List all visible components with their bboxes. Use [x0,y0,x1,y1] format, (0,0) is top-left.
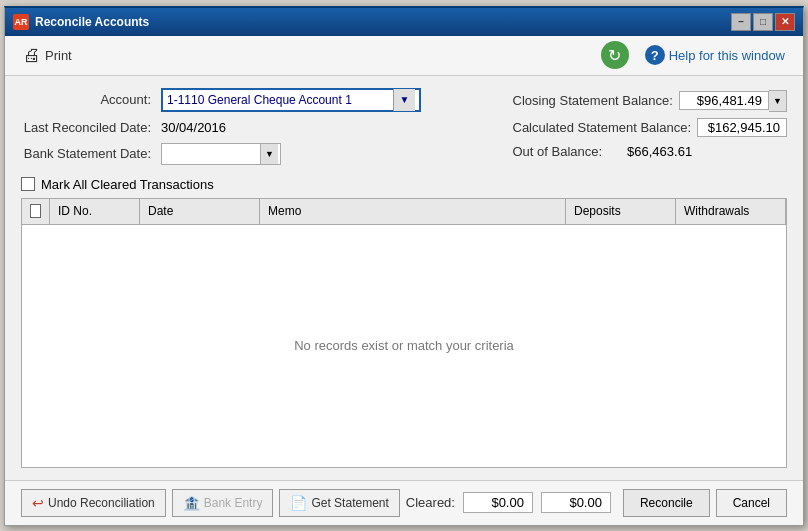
balance-section: Closing Statement Balance: $96,481.49 ▼ … [513,88,788,160]
toolbar-right: ↻ ? Help for this window [601,41,793,69]
undo-label: Undo Reconciliation [48,496,155,510]
cleared-deposits-value: $0.00 [463,492,533,513]
closing-balance-input[interactable]: $96,481.49 ▼ [679,90,787,112]
main-window: AR Reconcile Accounts – □ ✕ 🖨 Print ↻ ? … [4,6,804,526]
out-of-balance-value: $66,463.61 [608,143,698,160]
last-reconciled-value: 30/04/2016 [161,120,226,135]
closing-balance-label: Closing Statement Balance: [513,93,673,108]
reconcile-label: Reconcile [640,496,693,510]
date-dropdown-button[interactable]: ▼ [260,144,278,164]
last-reconciled-label: Last Reconciled Date: [21,120,151,135]
title-bar: AR Reconcile Accounts – □ ✕ [5,8,803,36]
cleared-label: Cleared: [406,495,455,510]
table-header: ID No. Date Memo Deposits Withdrawals [22,199,786,225]
cancel-button[interactable]: Cancel [716,489,787,517]
help-icon: ? [645,45,665,65]
account-value: 1-1110 General Cheque Account 1 [167,93,393,107]
calculated-balance-value: $162,945.10 [697,118,787,137]
closing-balance-dropdown[interactable]: ▼ [769,90,787,112]
account-row: Account: 1-1110 General Cheque Account 1… [21,88,421,112]
window-title: Reconcile Accounts [35,15,149,29]
help-label: Help for this window [669,48,785,63]
account-select[interactable]: 1-1110 General Cheque Account 1 ▼ [161,88,421,112]
footer-buttons-left: ↩ Undo Reconciliation 🏦 Bank Entry 📄 Get… [21,489,611,517]
bank-statement-date-row: Bank Statement Date: ▼ [21,143,421,165]
bank-entry-label: Bank Entry [204,496,263,510]
maximize-button[interactable]: □ [753,13,773,31]
col-date: Date [140,199,260,224]
closing-balance-value: $96,481.49 [679,91,769,110]
undo-reconciliation-button[interactable]: ↩ Undo Reconciliation [21,489,166,517]
closing-balance-row: Closing Statement Balance: $96,481.49 ▼ [513,90,788,112]
bank-statement-date-label: Bank Statement Date: [21,146,151,161]
print-icon: 🖨 [23,45,41,66]
bank-entry-icon: 🏦 [183,495,200,511]
action-buttons: Reconcile Cancel [623,489,787,517]
title-bar-left: AR Reconcile Accounts [13,14,149,30]
mark-all-label: Mark All Cleared Transactions [41,177,214,192]
footer: ↩ Undo Reconciliation 🏦 Bank Entry 📄 Get… [5,480,803,525]
reconcile-button[interactable]: Reconcile [623,489,710,517]
cleared-section: Cleared: $0.00 $0.00 [406,492,611,513]
transactions-table: ID No. Date Memo Deposits Withdrawals No… [21,198,787,468]
table-body: No records exist or match your criteria [22,225,786,467]
col-deposits: Deposits [566,199,676,224]
cancel-label: Cancel [733,496,770,510]
undo-icon: ↩ [32,495,44,511]
bank-statement-date-input[interactable]: ▼ [161,143,281,165]
header-checkbox[interactable] [30,204,41,218]
col-idno: ID No. [50,199,140,224]
col-checkbox [22,199,50,224]
calculated-balance-label: Calculated Statement Balance: [513,120,692,135]
close-button[interactable]: ✕ [775,13,795,31]
print-label: Print [45,48,72,63]
mark-all-checkbox[interactable] [21,177,35,191]
print-button[interactable]: 🖨 Print [15,42,80,69]
col-withdrawals: Withdrawals [676,199,786,224]
toolbar: 🖨 Print ↻ ? Help for this window [5,36,803,76]
last-reconciled-row: Last Reconciled Date: 30/04/2016 [21,120,421,135]
app-icon: AR [13,14,29,30]
get-statement-button[interactable]: 📄 Get Statement [279,489,399,517]
form-top: Account: 1-1110 General Cheque Account 1… [21,88,787,167]
account-label: Account: [21,92,151,107]
out-of-balance-label: Out of Balance: [513,144,603,159]
toolbar-left: 🖨 Print [15,42,80,69]
get-statement-label: Get Statement [311,496,388,510]
get-statement-icon: 📄 [290,495,307,511]
bank-entry-button[interactable]: 🏦 Bank Entry [172,489,274,517]
refresh-button[interactable]: ↻ [601,41,629,69]
minimize-button[interactable]: – [731,13,751,31]
help-button[interactable]: ? Help for this window [637,42,793,68]
mark-all-row: Mark All Cleared Transactions [21,177,787,192]
cleared-withdrawals-value: $0.00 [541,492,611,513]
empty-message: No records exist or match your criteria [294,338,514,353]
content-area: Account: 1-1110 General Cheque Account 1… [5,76,803,480]
out-of-balance-row: Out of Balance: $66,463.61 [513,143,788,160]
title-bar-controls: – □ ✕ [731,13,795,31]
col-memo: Memo [260,199,566,224]
form-left: Account: 1-1110 General Cheque Account 1… [21,88,421,167]
account-dropdown-button[interactable]: ▼ [393,89,415,111]
calculated-balance-row: Calculated Statement Balance: $162,945.1… [513,118,788,137]
